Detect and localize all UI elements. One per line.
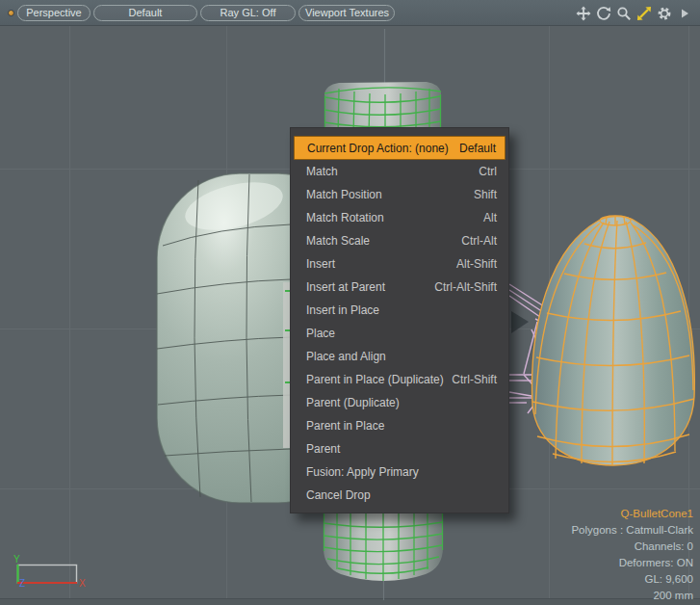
menu-item-insert[interactable]: InsertAlt-Shift <box>291 252 508 276</box>
view-preset-button[interactable]: Default <box>93 5 197 21</box>
menu-item-match-position[interactable]: Match PositionShift <box>291 183 508 206</box>
cube-edge-highlight <box>283 282 290 448</box>
menu-item-label: Insert at Parent <box>306 280 385 294</box>
menu-item-label: Insert in Place <box>306 303 379 317</box>
menu-item-shortcut: Ctrl-Alt <box>461 234 497 248</box>
menu-item-match-rotation[interactable]: Match RotationAlt <box>291 206 508 229</box>
menu-item-match-scale[interactable]: Match ScaleCtrl-Alt <box>291 229 508 252</box>
toolbar-icon-group <box>575 5 692 21</box>
axis-z-label: Z <box>19 578 25 589</box>
menu-item-label: Current Drop Action: (none) <box>307 142 449 155</box>
menu-item-parent-duplicate[interactable]: Parent (Duplicate) <box>291 391 508 414</box>
menu-item-shortcut: Alt-Shift <box>456 257 497 271</box>
menu-item-label: Match Position <box>306 188 382 201</box>
item-info-line: Deformers: ON <box>571 555 693 571</box>
menu-item-label: Match Rotation <box>306 211 384 224</box>
menu-item-shortcut: Alt <box>483 211 497 224</box>
menu-item-parent[interactable]: Parent <box>291 437 508 460</box>
menu-item-insert-at-parent[interactable]: Insert at ParentCtrl-Alt-Shift <box>291 276 508 299</box>
menu-item-shortcut: Ctrl <box>479 165 497 178</box>
menu-item-place[interactable]: Place <box>291 322 508 345</box>
viewport-textures-button[interactable]: Viewport Textures <box>298 5 395 21</box>
menu-item-label: Parent in Place (Duplicate) <box>306 373 444 386</box>
menu-item-label: Place <box>306 327 335 340</box>
axis-x-label: X <box>79 578 86 589</box>
menu-item-parent-in-place-duplicate[interactable]: Parent in Place (Duplicate)Ctrl-Shift <box>291 368 508 391</box>
menu-item-label: Place and Align <box>306 350 386 363</box>
viewport-state-dot[interactable] <box>8 10 14 16</box>
menu-item-label: Parent <box>306 442 340 456</box>
menu-item-label: Fusion: Apply Primary <box>306 465 419 479</box>
menu-item-current-drop-action-none[interactable]: Current Drop Action: (none)Default <box>294 136 506 160</box>
axis-y-label: Y <box>13 554 20 565</box>
zoom-icon[interactable] <box>615 5 632 21</box>
mesh-cylinder-bottom[interactable] <box>324 513 443 581</box>
gear-icon[interactable] <box>656 5 672 21</box>
ray-gl-button[interactable]: Ray GL: Off <box>200 5 296 21</box>
maximize-icon[interactable] <box>635 5 652 21</box>
menu-item-insert-in-place[interactable]: Insert in Place <box>291 299 508 322</box>
menu-item-label: Match <box>306 165 338 178</box>
menu-item-shortcut: Default <box>459 142 496 155</box>
selected-item-info: Q-BulletCone1 Polygons : Catmull-ClarkCh… <box>571 506 693 604</box>
menu-item-place-and-align[interactable]: Place and Align <box>291 345 508 368</box>
rotate-icon[interactable] <box>595 5 611 21</box>
menu-item-label: Insert <box>306 257 335 271</box>
menu-item-parent-in-place[interactable]: Parent in Place <box>291 414 508 437</box>
menu-item-label: Parent in Place <box>306 419 384 433</box>
move-icon[interactable] <box>575 5 591 21</box>
item-info-line: Polygons : Catmull-Clark <box>571 522 693 539</box>
menu-item-fusion-apply-primary[interactable]: Fusion: Apply Primary <box>291 460 508 484</box>
menu-item-label: Parent (Duplicate) <box>306 396 400 409</box>
menu-item-label: Match Scale <box>306 234 370 248</box>
drop-action-context-menu: Current Drop Action: (none)DefaultMatchC… <box>290 127 509 513</box>
item-info-line: GL: 9,600 <box>571 571 693 588</box>
menu-item-match[interactable]: MatchCtrl <box>291 160 508 183</box>
viewport-toolbar: PerspectiveDefaultRay GL: OffViewport Te… <box>0 0 700 26</box>
menu-item-shortcut: Ctrl-Shift <box>452 373 497 386</box>
item-info-line: Channels: 0 <box>571 539 693 555</box>
menu-item-label: Cancel Drop <box>306 488 371 502</box>
item-info-line: 200 mm <box>571 588 693 604</box>
modo-3d-viewport: Y X Z PerspectiveDefaultRay GL: OffViewp… <box>0 0 700 605</box>
menu-item-cancel-drop[interactable]: Cancel Drop <box>291 484 508 507</box>
menu-item-shortcut: Shift <box>474 188 497 201</box>
view-type-button[interactable]: Perspective <box>17 5 91 21</box>
selected-item-name: Q-BulletCone1 <box>571 506 693 522</box>
menu-item-shortcut: Ctrl-Alt-Shift <box>434 280 497 294</box>
more-arrow-icon[interactable] <box>676 5 692 21</box>
